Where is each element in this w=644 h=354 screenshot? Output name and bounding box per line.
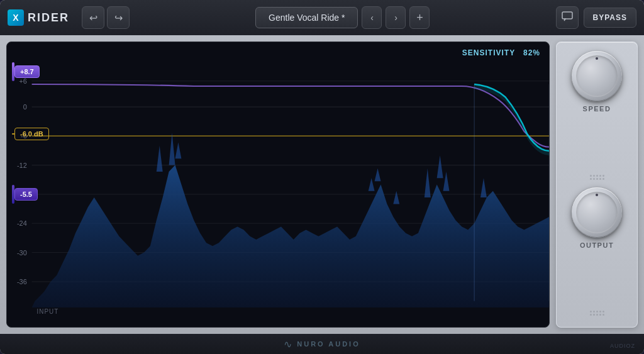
dot-grid-item xyxy=(593,311,595,313)
dot-grid-item xyxy=(596,314,598,316)
output-knob-container: OUTPUT xyxy=(572,187,622,304)
dot-grid-item xyxy=(590,175,592,177)
output-knob[interactable] xyxy=(572,187,622,238)
level-mid-badge: -6.0 dB xyxy=(14,128,49,140)
header-right: BYPASS xyxy=(556,6,636,29)
footer-logo-text: NURO AUDIO xyxy=(297,340,360,348)
dot-grid-item xyxy=(593,178,595,180)
comment-button[interactable] xyxy=(556,6,579,29)
undo-icon: ↩ xyxy=(89,12,97,24)
header: X RIDER ↩ ↪ Gentle Vocal Ride * ‹ › + xyxy=(0,0,644,35)
preset-name-button[interactable]: Gentle Vocal Ride * xyxy=(255,7,358,28)
svg-text:INPUT: INPUT xyxy=(37,308,59,315)
dot-grid-item xyxy=(602,178,604,180)
dot-grid-item xyxy=(590,178,592,180)
dot-grid-item xyxy=(590,311,592,313)
comment-icon xyxy=(562,11,573,24)
dot-grid-item xyxy=(593,175,595,177)
bypass-button[interactable]: BYPASS xyxy=(584,8,636,28)
svg-text:0: 0 xyxy=(23,103,27,111)
footer-tilde-icon: ∿ xyxy=(284,338,292,350)
main-content: SENSITIVITY 82% +6 0 -6 xyxy=(0,35,644,334)
chevron-left-icon: ‹ xyxy=(370,13,374,23)
sensitivity-value: 82% xyxy=(523,48,540,57)
plus-icon: + xyxy=(416,11,423,25)
right-panel: SPEED OUTPUT xyxy=(556,41,638,328)
undo-redo-group: ↩ ↪ xyxy=(82,6,130,29)
level-top-badge: +8.7 xyxy=(14,65,40,78)
level-top-indicator: +8.7 xyxy=(12,62,40,81)
level-bot-badge: -5.5 xyxy=(14,188,38,201)
dot-grid-item xyxy=(599,175,601,177)
svg-text:-36: -36 xyxy=(17,278,27,285)
footer: ∿ NURO AUDIO AUDIOZ xyxy=(0,334,644,354)
dot-grid-item xyxy=(599,178,601,180)
sensitivity-display: SENSITIVITY 82% xyxy=(462,48,540,57)
level-bot-indicator: -5.5 xyxy=(12,185,38,204)
visualizer-panel: SENSITIVITY 82% +6 0 -6 xyxy=(6,41,550,328)
speed-label: SPEED xyxy=(583,105,611,113)
dot-grid-item xyxy=(602,311,604,313)
svg-text:-24: -24 xyxy=(17,219,27,227)
preset-next-button[interactable]: › xyxy=(386,6,406,29)
output-label: OUTPUT xyxy=(580,241,614,249)
dot-grid-item xyxy=(596,311,598,313)
dot-grid-item xyxy=(599,314,601,316)
preset-prev-button[interactable]: ‹ xyxy=(362,6,382,29)
dot-grid-item xyxy=(602,175,604,177)
svg-rect-0 xyxy=(562,12,572,19)
dot-grid-item xyxy=(596,175,598,177)
svg-text:-30: -30 xyxy=(17,249,27,257)
svg-text:-12: -12 xyxy=(17,162,27,169)
logo-x-icon: X xyxy=(8,9,24,26)
preset-area: Gentle Vocal Ride * ‹ › + xyxy=(136,6,550,29)
redo-icon: ↪ xyxy=(114,12,123,24)
logo-text: RIDER xyxy=(28,11,69,25)
chevron-right-icon: › xyxy=(394,13,397,23)
dot-grid-item xyxy=(590,314,592,316)
level-mid-indicator: -6.0 dB xyxy=(12,128,49,140)
logo-area: X RIDER xyxy=(8,9,69,26)
dot-grid-item xyxy=(599,311,601,313)
app-container: X RIDER ↩ ↪ Gentle Vocal Ride * ‹ › + xyxy=(0,0,644,354)
speed-knob[interactable] xyxy=(572,51,622,101)
add-preset-button[interactable]: + xyxy=(409,6,430,29)
watermark-text: AUDIOZ xyxy=(610,343,635,349)
dot-grid-item xyxy=(596,178,598,180)
redo-button[interactable]: ↪ xyxy=(107,6,130,29)
undo-button[interactable]: ↩ xyxy=(82,6,104,29)
dot-grid-item xyxy=(602,314,604,316)
speed-knob-container: SPEED xyxy=(572,51,622,167)
dot-grid-item xyxy=(593,314,595,316)
visualization-svg: +6 0 -6 -12 -18 -24 -30 -36 xyxy=(7,42,549,327)
